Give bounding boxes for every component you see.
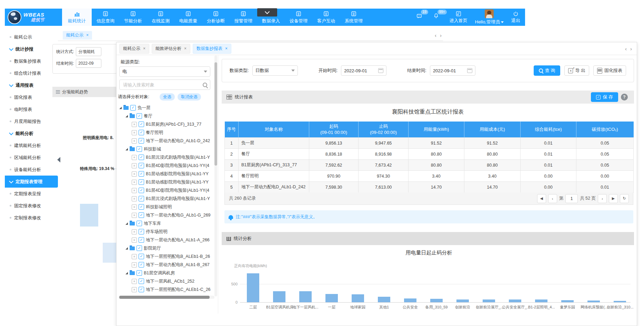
- tree-node[interactable]: ≡✓科技影城照明: [119, 203, 213, 211]
- sidebar-item-solidified-report[interactable]: 固化报表: [5, 91, 58, 103]
- sidebar-item-stat-meter-reading[interactable]: 统计抄报: [5, 43, 58, 55]
- checkbox-checked[interactable]: ✓: [139, 155, 144, 160]
- tree-node[interactable]: ≡✓B1层动感影院用电预留(ALb1-YY: [119, 170, 213, 178]
- tree-node[interactable]: ≡✓地下一层照明配电C_ALEb1-C_26: [119, 285, 213, 294]
- scrollbar-thumb[interactable]: [214, 62, 217, 166]
- scrollbar-thumb[interactable]: [119, 296, 210, 299]
- query-button[interactable]: 查 询: [534, 65, 561, 76]
- tree-node[interactable]: ✓地下车库: [119, 219, 213, 228]
- export-button[interactable]: x导 出: [564, 65, 589, 76]
- table-row[interactable]: 3B1层厨房(APb1-CF)_313_777,592.627,673.4280…: [225, 160, 634, 171]
- nav-item-customer-interaction[interactable]: 客户互动: [312, 9, 340, 26]
- tree-expander-icon[interactable]: [125, 148, 128, 150]
- tab-scroll-right[interactable]: ›: [440, 32, 442, 38]
- checkbox-checked[interactable]: ✓: [139, 179, 144, 185]
- close-icon[interactable]: ×: [143, 46, 145, 51]
- tree-node[interactable]: ≡✓停车场照明: [119, 228, 213, 236]
- checkbox-checked[interactable]: ✓: [139, 254, 144, 259]
- select-all-button[interactable]: 全选: [160, 93, 175, 101]
- nav-item-info-query[interactable]: 信息查询: [92, 9, 119, 26]
- sidebar-item-device-energy-analysis[interactable]: 设备能耗分析: [5, 164, 58, 176]
- checkbox-checked[interactable]: ✓: [130, 105, 136, 111]
- tree-node[interactable]: ✓影院前厅: [119, 244, 213, 252]
- nav-item-system-management[interactable]: 系统管理: [340, 9, 368, 26]
- panel-tab-scroll-right[interactable]: ›: [630, 46, 632, 52]
- panel-tab-energy-publicity[interactable]: 能耗公示×: [119, 44, 149, 54]
- sidebar-item-fixed-report-edit[interactable]: 固定报表修改: [5, 200, 58, 212]
- tree-node[interactable]: ≡✓地下一层风机_ACb1_252: [119, 277, 213, 285]
- tree-node[interactable]: ✓科技影城: [119, 145, 213, 153]
- checkbox-checked[interactable]: ✓: [139, 188, 144, 193]
- next-page-button[interactable]: ›: [598, 194, 607, 203]
- checkbox-checked[interactable]: ✓: [137, 221, 142, 226]
- tree-node[interactable]: ≡✓地下一层照明配电B_ALEb1-B_26: [119, 252, 213, 261]
- sidebar-collapse-handle[interactable]: [57, 157, 60, 162]
- energy-type-select[interactable]: 电: [119, 66, 210, 77]
- checkbox-checked[interactable]: ✓: [139, 237, 144, 243]
- checkbox-checked[interactable]: ✓: [139, 171, 144, 177]
- checkbox-checked[interactable]: ✓: [139, 278, 144, 284]
- panel-tab-dataset-report[interactable]: 数据集抄报表×: [193, 44, 231, 54]
- checkbox-checked[interactable]: ✓: [137, 245, 142, 251]
- tree-expander-icon[interactable]: [125, 115, 128, 117]
- save-button[interactable]: ✓保 存: [591, 92, 618, 102]
- refresh-button[interactable]: ↻: [620, 194, 629, 203]
- start-date-input[interactable]: 2022-09-01: [341, 65, 386, 76]
- table-row[interactable]: 1负一层9,856.139,947.6591.5291.520.010.05: [225, 138, 634, 149]
- first-page-button[interactable]: ◀: [537, 194, 546, 203]
- sidebar-item-energy-publicity[interactable]: 能耗公示: [5, 31, 58, 43]
- logout-button[interactable]: 退出: [511, 11, 520, 24]
- tree-node[interactable]: ≡✓地下一层动力配电A_ALb1-A_266: [119, 236, 213, 244]
- checkbox-checked[interactable]: ✓: [139, 212, 144, 218]
- checkbox-checked[interactable]: ✓: [139, 130, 144, 135]
- tree-node[interactable]: ≡✓B1层4D影院用电预留(ALb1-YY(4: [119, 186, 213, 194]
- tree-node[interactable]: ≡✓地下一层动力配电D_ALb1-D_242: [119, 137, 213, 145]
- close-icon[interactable]: ×: [86, 33, 89, 38]
- nav-item-energy-saving-analysis[interactable]: 节能分析: [119, 9, 147, 26]
- tree-node[interactable]: ≡✓地下一层动力配电G_ALb1-G_269: [119, 211, 213, 219]
- tree-node[interactable]: ≡✓B1层沉浸式剧场用电预留(ALb1-Y: [119, 153, 213, 161]
- table-row[interactable]: 2餐厅8,836.188,916.9880.8080.800.010.05: [225, 149, 634, 160]
- data-type-select[interactable]: 日数据: [252, 65, 298, 76]
- end-time-input[interactable]: 2022-09: [76, 59, 101, 68]
- sidebar-item-energy-analysis[interactable]: 能耗分析: [5, 127, 58, 139]
- sidebar-item-periodic-report-submit[interactable]: 定期报表呈报: [5, 188, 58, 200]
- solidify-report-button[interactable]: 固化报表: [593, 65, 626, 76]
- tree-vertical-scrollbar[interactable]: [214, 55, 217, 296]
- nav-item-analysis-diagnosis[interactable]: 分析诊断: [202, 9, 230, 26]
- last-page-button[interactable]: ▶: [609, 194, 618, 203]
- table-row[interactable]: 5地下一层动力配电D_ALb1-D_2427,598.307,613.0014.…: [225, 182, 634, 193]
- sidebar-item-region-energy-analysis[interactable]: 区域能耗分析: [5, 151, 58, 164]
- tree-node[interactable]: ≡✓B1层沉浸式剧场用电预留(ALb1-Y: [119, 194, 213, 203]
- prev-page-button[interactable]: ‹: [548, 194, 557, 203]
- checkbox-checked[interactable]: ✓: [137, 146, 142, 152]
- tree-expander-icon[interactable]: [125, 222, 128, 225]
- help-button[interactable]: ?: [621, 94, 628, 101]
- end-date-input[interactable]: 2022-09-01: [430, 65, 475, 76]
- close-icon[interactable]: ×: [184, 46, 187, 51]
- search-input[interactable]: [122, 82, 203, 88]
- nav-item-energy-stats[interactable]: 能耗统计: [62, 9, 92, 26]
- tree-node[interactable]: ✓餐厅: [119, 112, 213, 120]
- checkbox-checked[interactable]: ✓: [139, 122, 144, 127]
- checkbox-checked[interactable]: ✓: [139, 262, 144, 267]
- search-icon[interactable]: [203, 83, 207, 87]
- tree-node[interactable]: ≡✓B1层4D影院用电预留(ALb1-YY(4: [119, 161, 213, 170]
- tree-node[interactable]: ≡✓地下一层动力配电B_ALb1-B_267: [119, 261, 213, 269]
- messages-button[interactable]: 19: [416, 13, 425, 22]
- stat-mode-select[interactable]: 分项能耗: [76, 47, 101, 56]
- close-icon[interactable]: ×: [225, 46, 228, 51]
- checkbox-checked[interactable]: ✓: [139, 229, 144, 234]
- nav-item-alarm-management[interactable]: 报警管理: [230, 9, 257, 26]
- tree-node[interactable]: ≡✓B1层厨房(APb1-CF)_313_77: [119, 120, 213, 128]
- panel-tab-efficiency-evaluation[interactable]: 能效评估分析×: [152, 44, 190, 54]
- sidebar-item-monthly-energy-report[interactable]: 月度用能报告: [5, 115, 58, 127]
- tree-node[interactable]: ✓负一层: [119, 104, 213, 112]
- checkbox-checked[interactable]: ✓: [139, 196, 144, 201]
- alerts-button[interactable]: 99+: [433, 13, 442, 22]
- table-row[interactable]: 4餐厅照明970.90974.303.403.400.000.00: [225, 171, 634, 182]
- page-input[interactable]: [565, 194, 578, 203]
- tree-expander-icon[interactable]: [119, 107, 122, 109]
- nav-item-device-management[interactable]: 设备管理: [285, 9, 312, 26]
- sidebar-item-custom-report-edit[interactable]: 定制报表修改: [5, 212, 58, 224]
